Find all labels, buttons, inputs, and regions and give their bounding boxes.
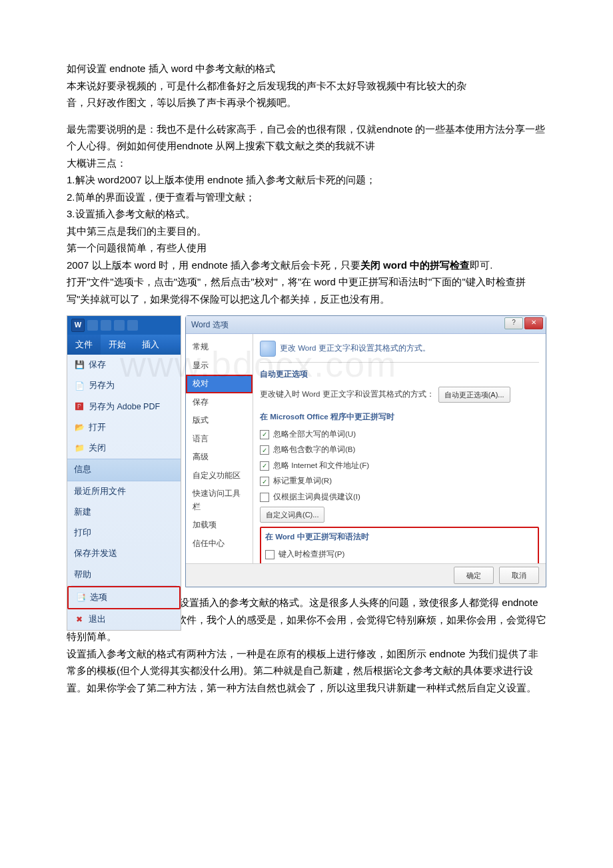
bold-text: 关闭 word 中的拼写检查 [360,259,470,271]
paragraph: 其中第三点是我们的主要目的。 [67,223,546,240]
nav-save[interactable]: 保存 [186,393,253,412]
label: 帮助 [74,568,91,582]
options-icon: 📑 [75,592,86,603]
group-title: 在 Word 中更正拼写和语法时 [265,529,534,547]
word-backstage-panel: W 文件 开始 插入 💾 保存 📄 [67,315,181,631]
backstage-exit[interactable]: ✖ 退出 [67,609,181,630]
backstage-saveas[interactable]: 📄 另存为 [67,375,181,396]
backstage-help[interactable]: 帮助 [67,565,181,585]
checkbox-label: 忽略包含数字的单词(B) [273,443,355,457]
backstage-save-pdf[interactable]: 🅿 另存为 Adobe PDF [67,397,181,417]
label: 打开 [89,421,106,435]
checkbox-ignore-uppercase[interactable] [260,430,269,439]
label: 信息 [74,463,91,477]
paragraph: 本来说好要录视频的，可是什么都准备好之后发现我的声卡不太好导致视频中有比较大的杂 [67,77,546,95]
document-page: 如何设置 endnote 插入 word 中参考文献的格式 本来说好要录视频的，… [0,0,613,736]
nav-quick-access[interactable]: 快速访问工具栏 [186,485,253,516]
backstage-print[interactable]: 打印 [67,523,181,543]
paragraph: 2.简单的界面设置，便于查看与管理文献； [67,189,546,206]
nav-addins[interactable]: 加载项 [186,516,253,535]
qat-button[interactable] [101,320,111,331]
label: 退出 [89,613,106,627]
checkbox-ignore-internet[interactable] [260,461,269,471]
titlebar: W [67,316,181,335]
custom-dict-button[interactable]: 自定义词典(C)... [260,507,324,523]
backstage-open[interactable]: 📂 打开 [67,417,181,438]
dialog-title: Word 选项 [191,318,229,331]
header-text: 更改 Word 更正文字和设置其格式的方式。 [280,342,430,355]
checkbox-check-spelling-typing[interactable] [265,550,275,559]
backstage-body: 💾 保存 📄 另存为 🅿 另存为 Adobe PDF 📂 打开 [67,355,181,630]
paragraph: 如何设置 endnote 插入 word 中参考文献的格式 [67,60,546,77]
paragraph: 3.设置插入参考文献的格式。 [67,205,546,223]
label: 另存为 Adobe PDF [89,400,160,414]
options-main: 更改 Word 更正文字和设置其格式的方式。 自动更正选项 更改键入时 Word… [253,334,546,563]
window-help-button[interactable]: ? [504,317,523,329]
checkbox-flag-repeated[interactable] [260,477,269,486]
qat-button[interactable] [114,320,125,331]
label: 新建 [74,505,91,519]
backstage-save[interactable]: 💾 保存 [67,355,181,375]
cancel-button[interactable]: 取消 [499,567,539,585]
window-close-button[interactable]: ✕ [524,317,543,329]
paragraph: 第一个问题很简单，有些人使用 [67,239,546,257]
autocorrect-label: 更改键入时 Word 更正文字和设置其格式的方式： [260,388,434,401]
nav-language[interactable]: 语言 [186,430,253,449]
saveas-icon: 📄 [74,381,85,391]
save-icon: 💾 [74,360,85,371]
checkbox-label: 仅根据主词典提供建议(I) [273,491,360,504]
paragraph: 2007 以上版本 word 时，用 endnote 插入参考文献后会卡死，只要… [67,257,546,274]
backstage-new[interactable]: 新建 [67,502,181,523]
checkbox-label: 标记重复单词(R) [273,475,332,488]
exit-icon: ✖ [74,615,85,625]
autocorrect-options-button[interactable]: 自动更正选项(A)... [438,387,510,403]
close-icon: 📁 [74,443,85,454]
text: 2007 以上版本 word 时，用 endnote 插入参考文献后会卡死，只要 [67,259,360,271]
ok-button[interactable]: 确定 [454,567,494,585]
checkbox-main-dict-only[interactable] [260,493,269,502]
open-icon: 📂 [74,422,85,433]
backstage-options[interactable]: 📑 选项 [67,586,181,609]
checkbox-label: 忽略 Internet 和文件地址(F) [273,459,369,473]
tab-insert[interactable]: 插入 [134,335,167,355]
nav-advanced[interactable]: 高级 [186,448,253,467]
section-title-office-spelling: 在 Microsoft Office 程序中更正拼写时 [260,405,539,427]
label: 另存为 [89,379,115,393]
ribbon-tabs: 文件 开始 插入 [67,335,181,355]
dialog-footer: 确定 取消 [186,563,546,587]
checkbox-ignore-numbers[interactable] [260,445,269,455]
word-spelling-group: 在 Word 中更正拼写和语法时 键入时检查拼写(P) 使用上下文拼写检查(N)… [260,527,539,563]
checkbox-label: 忽略全部大写的单词(U) [273,428,356,441]
backstage-info[interactable]: 信息 [67,459,181,481]
paragraph: 最先需要说明的是：我也不是什么砖家高手，自己会的也很有限，仅就endnote 的… [67,121,546,155]
paragraph: 大概讲三点： [67,155,546,172]
qat-button[interactable] [87,320,98,331]
tab-home[interactable]: 开始 [101,335,134,355]
paragraph: 音，只好改作图文，等以后换了声卡再录个视频吧。 [67,94,546,111]
paragraph: 打开"文件"选项卡，点击"选项"，然后点击"校对"，将"在 word 中更正拼写… [67,273,546,307]
nav-custom-ribbon[interactable]: 自定义功能区 [186,467,253,485]
backstage-share[interactable]: 保存并发送 [67,543,181,564]
label: 最近所用文件 [74,485,126,499]
label: 选项 [90,591,107,605]
nav-format[interactable]: 版式 [186,411,253,430]
dialog-titlebar: Word 选项 ? ✕ [186,316,546,334]
paragraph: 设置插入参考文献的格式有两种方法，一种是在原有的模板上进行修改，如图所示 end… [67,645,546,697]
label: 保存并发送 [74,547,117,561]
section-header: 更改 Word 更正文字和设置其格式的方式。 [260,338,539,363]
nav-trust-center[interactable]: 信任中心 [186,535,253,553]
backstage-recent[interactable]: 最近所用文件 [67,481,181,502]
tab-file[interactable]: 文件 [67,335,101,355]
abc-icon [260,341,276,357]
backstage-close[interactable]: 📁 关闭 [67,438,181,459]
qat-button[interactable] [127,320,138,331]
paragraph: 1.解决 word2007 以上版本使用 endnote 插入参考文献后卡死的问… [67,171,546,189]
screenshot-figure: www.bdocx.com W 文件 开始 插入 [67,315,546,587]
word-icon: W [71,319,85,332]
text: 即可. [470,259,492,271]
section-title-autocorrect: 自动更正选项 [260,363,539,384]
label: 保存 [89,358,106,372]
checkbox-label: 键入时检查拼写(P) [279,548,344,561]
label: 关闭 [89,441,106,455]
pdf-icon: 🅿 [74,401,85,412]
